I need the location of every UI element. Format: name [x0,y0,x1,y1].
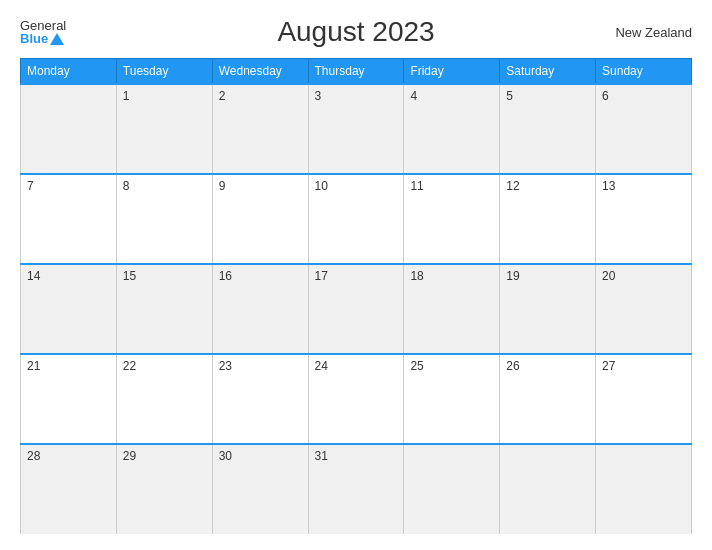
day-number: 27 [602,359,615,373]
calendar-day-cell: 14 [21,264,117,354]
calendar-day-cell: 22 [116,354,212,444]
day-number: 1 [123,89,130,103]
calendar-day-cell: 8 [116,174,212,264]
day-number: 14 [27,269,40,283]
day-number: 19 [506,269,519,283]
calendar-day-cell: 28 [21,444,117,534]
calendar-day-cell: 29 [116,444,212,534]
calendar-day-cell: 15 [116,264,212,354]
calendar-day-cell: 21 [21,354,117,444]
calendar-day-cell: 26 [500,354,596,444]
calendar-week-row: 28293031 [21,444,692,534]
calendar-day-cell: 30 [212,444,308,534]
calendar-header-row: Monday Tuesday Wednesday Thursday Friday… [21,59,692,85]
day-number: 3 [315,89,322,103]
day-number: 21 [27,359,40,373]
month-title: August 2023 [277,16,434,48]
day-number: 17 [315,269,328,283]
day-number: 10 [315,179,328,193]
calendar-day-cell: 9 [212,174,308,264]
logo-triangle-icon [50,33,64,45]
calendar-day-cell: 20 [596,264,692,354]
weekday-monday: Monday [21,59,117,85]
day-number: 8 [123,179,130,193]
calendar-day-cell: 23 [212,354,308,444]
calendar-header: General Blue August 2023 New Zealand [20,16,692,48]
calendar-day-cell [596,444,692,534]
day-number: 29 [123,449,136,463]
day-number: 20 [602,269,615,283]
weekday-friday: Friday [404,59,500,85]
day-number: 11 [410,179,423,193]
day-number: 25 [410,359,423,373]
day-number: 9 [219,179,226,193]
day-number: 24 [315,359,328,373]
calendar-day-cell: 25 [404,354,500,444]
weekday-tuesday: Tuesday [116,59,212,85]
calendar-day-cell: 12 [500,174,596,264]
day-number: 28 [27,449,40,463]
day-number: 23 [219,359,232,373]
weekday-saturday: Saturday [500,59,596,85]
calendar-day-cell: 7 [21,174,117,264]
calendar-week-row: 14151617181920 [21,264,692,354]
calendar-day-cell: 10 [308,174,404,264]
calendar-day-cell: 13 [596,174,692,264]
calendar-day-cell: 2 [212,84,308,174]
day-number: 13 [602,179,615,193]
calendar-table: Monday Tuesday Wednesday Thursday Friday… [20,58,692,534]
day-number: 30 [219,449,232,463]
calendar-day-cell: 31 [308,444,404,534]
calendar-day-cell [500,444,596,534]
calendar-week-row: 21222324252627 [21,354,692,444]
country-label: New Zealand [615,25,692,40]
calendar-day-cell: 18 [404,264,500,354]
day-number: 2 [219,89,226,103]
calendar-week-row: 78910111213 [21,174,692,264]
day-number: 18 [410,269,423,283]
logo-blue-text: Blue [20,32,64,45]
weekday-sunday: Sunday [596,59,692,85]
calendar-day-cell: 17 [308,264,404,354]
calendar-day-cell: 24 [308,354,404,444]
calendar-day-cell: 4 [404,84,500,174]
calendar-day-cell: 1 [116,84,212,174]
day-number: 5 [506,89,513,103]
calendar-day-cell: 3 [308,84,404,174]
calendar-day-cell: 19 [500,264,596,354]
logo: General Blue [20,19,66,45]
calendar-day-cell: 16 [212,264,308,354]
calendar-day-cell [21,84,117,174]
calendar-day-cell: 6 [596,84,692,174]
day-number: 31 [315,449,328,463]
calendar-day-cell: 27 [596,354,692,444]
calendar-day-cell [404,444,500,534]
day-number: 16 [219,269,232,283]
calendar-day-cell: 5 [500,84,596,174]
day-number: 6 [602,89,609,103]
calendar-body: 1234567891011121314151617181920212223242… [21,84,692,534]
weekday-wednesday: Wednesday [212,59,308,85]
day-number: 15 [123,269,136,283]
day-number: 7 [27,179,34,193]
day-number: 4 [410,89,417,103]
day-number: 12 [506,179,519,193]
calendar-day-cell: 11 [404,174,500,264]
day-number: 26 [506,359,519,373]
calendar-week-row: 123456 [21,84,692,174]
day-number: 22 [123,359,136,373]
weekday-thursday: Thursday [308,59,404,85]
